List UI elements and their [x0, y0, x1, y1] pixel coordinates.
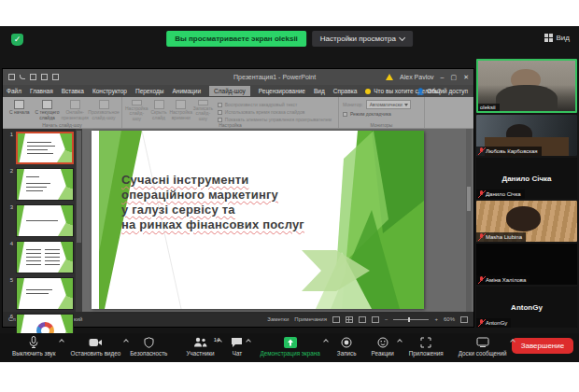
ribbon-group-monitors: Монитор: Автоматически Режим докладчика …	[339, 97, 425, 128]
tab-file[interactable]: Файл	[7, 88, 21, 94]
save-icon[interactable]	[8, 74, 15, 80]
zoom-slider[interactable]	[393, 319, 429, 320]
tab-animations[interactable]: Анимации	[172, 88, 201, 94]
maximize-button[interactable]: ▢	[451, 74, 458, 81]
video-tile-masha[interactable]: Masha Liubina	[476, 201, 577, 242]
tab-design[interactable]: Конструктор	[92, 88, 127, 94]
reading-view-icon[interactable]	[359, 316, 366, 323]
slide-canvas: Сучасні інструменти операційного маркети…	[82, 129, 473, 312]
video-tile-amina[interactable]: Аміна Халілова	[476, 244, 577, 285]
canvas-scrollbar[interactable]	[466, 129, 472, 312]
video-tile-lyubov[interactable]: Любовь Карбовская	[476, 115, 577, 156]
view-button-label: Вид	[557, 34, 570, 42]
share-document-button[interactable]: 👤 Общий доступ	[417, 88, 468, 95]
screen-viewing-banner: Вы просматриваете экран oleksii	[166, 31, 306, 47]
thumbnail-scrollbar[interactable]	[76, 129, 82, 312]
chevron-up-icon[interactable]	[59, 339, 64, 344]
zoom-percentage[interactable]: 60%	[444, 316, 455, 322]
share-person-icon: 👤	[417, 88, 424, 95]
mute-button[interactable]: Выключить звук	[7, 336, 61, 357]
stop-video-button[interactable]: Остановить видео	[66, 336, 126, 357]
muted-mic-icon	[478, 276, 484, 284]
security-button[interactable]: Безопасность	[125, 336, 172, 357]
custom-slideshow-button[interactable]: Произвольное слайд-шоу	[89, 99, 119, 121]
slide-thumbnail-1[interactable]: 1	[6, 132, 82, 164]
tab-slideshow[interactable]: Слайд-шоу	[209, 86, 250, 96]
monitor-label: Монитор:	[343, 102, 363, 107]
normal-view-icon[interactable]	[332, 316, 340, 323]
slideshow-view-icon[interactable]	[372, 316, 379, 323]
tab-insert[interactable]: Вставка	[62, 88, 84, 94]
chat-bubble-icon	[231, 336, 243, 348]
quick-access-toolbar[interactable]	[8, 74, 59, 80]
powerpoint-title-bar[interactable]: Презентация1 - PowerPoint Alex Pavlov – …	[3, 69, 473, 85]
chat-button[interactable]: Чат	[226, 336, 247, 357]
tab-help[interactable]: Справка	[333, 88, 358, 94]
record-icon	[341, 336, 352, 348]
chevron-up-icon[interactable]	[397, 339, 402, 344]
new-file-icon[interactable]	[52, 74, 59, 80]
zoom-in-button[interactable]: +	[434, 316, 438, 322]
tab-view[interactable]: Вид	[314, 88, 325, 94]
warning-icon[interactable]	[386, 74, 393, 80]
slide-sorter-icon[interactable]	[346, 316, 353, 323]
presenter-view-checkbox[interactable]: Режим докладчика	[343, 111, 411, 117]
reactions-button[interactable]: Реакции	[367, 336, 399, 357]
whiteboards-button[interactable]: Доски сообщений	[454, 336, 512, 357]
present-online-button[interactable]: Онлайн-презентация	[61, 99, 89, 121]
from-current-slide-button[interactable]: С текущего слайда	[34, 99, 62, 121]
chevron-up-icon[interactable]	[247, 339, 252, 344]
shield-icon	[144, 336, 154, 348]
tab-transitions[interactable]: Переходы	[135, 88, 164, 94]
comments-button[interactable]: Примечания	[294, 316, 327, 322]
setup-slideshow-button[interactable]: Настройка слайд-шоу	[125, 99, 148, 121]
powerpoint-window: Презентация1 - PowerPoint Alex Pavlov – …	[3, 69, 473, 327]
fit-to-window-icon[interactable]	[460, 316, 468, 323]
video-tile-antongy[interactable]: AntonGy AntonGy	[476, 287, 577, 328]
tab-home[interactable]: Главная	[30, 88, 53, 94]
record-button[interactable]: Запись	[332, 336, 361, 357]
zoom-out-button[interactable]: −	[385, 316, 388, 322]
slide-thumbnail-5[interactable]: 5	[6, 277, 82, 310]
monitor-dropdown[interactable]: Автоматически	[366, 100, 411, 109]
slideshow-ribbon: С начала С текущего слайда Онлайн-презен…	[3, 97, 473, 129]
share-screen-button[interactable]: Демонстрация экрана	[255, 336, 324, 357]
whiteboard-icon	[476, 336, 489, 348]
preview-icon[interactable]	[41, 74, 48, 80]
minimize-button[interactable]: –	[441, 74, 445, 80]
video-tile-danylo[interactable]: Данило Січка Данило Січка	[476, 158, 577, 199]
chevron-up-icon[interactable]	[323, 339, 329, 344]
undo-icon[interactable]	[20, 75, 25, 79]
view-settings-button[interactable]: Настройки просмотра	[312, 31, 413, 47]
security-shield-icon[interactable]: ✓	[11, 34, 23, 46]
share-screen-icon	[284, 337, 297, 348]
view-layout-button[interactable]: Вид	[544, 34, 570, 42]
slide-thumbnail-4[interactable]: 4	[6, 241, 82, 273]
muted-mic-icon	[478, 190, 484, 198]
view-settings-label: Настройки просмотра	[320, 35, 396, 43]
end-meeting-button[interactable]: Завершение	[512, 338, 574, 354]
current-slide[interactable]: Сучасні інструменти операційного маркети…	[92, 131, 424, 309]
ribbon-group-setup: Настройка слайд-шоу Скрыть слайд Настрой…	[122, 97, 339, 128]
window-title: Презентация1 - PowerPoint	[233, 74, 316, 80]
slide-title[interactable]: Сучасні інструменти операційного маркети…	[121, 173, 304, 231]
apps-button[interactable]: Приложения	[404, 336, 448, 357]
participants-button[interactable]: 14 Участники	[181, 336, 219, 357]
play-narrations-checkbox[interactable]: Воспроизвести закадровый текст	[218, 102, 332, 107]
use-timings-checkbox[interactable]: Использовать время показа слайдов	[218, 109, 332, 115]
slide-thumbnail-3[interactable]: 3	[6, 204, 82, 237]
tab-review[interactable]: Рецензирование	[259, 88, 305, 94]
from-beginning-button[interactable]: С начала	[6, 99, 34, 121]
redo-icon[interactable]	[30, 74, 36, 80]
lightbulb-icon	[365, 89, 371, 94]
ribbon-group-start: С начала С текущего слайда Онлайн-презен…	[3, 97, 122, 128]
hide-slide-button[interactable]: Скрыть слайд	[148, 99, 170, 121]
account-name[interactable]: Alex Pavlov	[400, 74, 434, 80]
notes-button[interactable]: Заметки	[267, 316, 289, 322]
rehearse-timings-button[interactable]: Настройка времени	[169, 99, 192, 121]
record-slideshow-button[interactable]: Записать слайд-шоу	[192, 99, 214, 121]
close-button[interactable]: ✕	[463, 74, 469, 81]
video-tile-oleksii[interactable]: oleksii	[476, 59, 577, 113]
slide-thumbnail-2[interactable]: 2	[6, 168, 82, 201]
chevron-up-icon[interactable]	[218, 339, 223, 344]
